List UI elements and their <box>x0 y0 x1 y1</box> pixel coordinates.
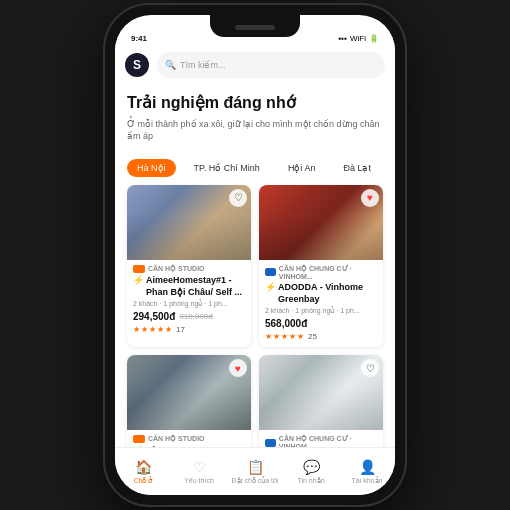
property-name: ⚡ AimeeHomestay#1 - Phan Bội Châu/ Self … <box>133 275 245 298</box>
search-bar[interactable]: 🔍 Tìm kiếm... <box>157 52 385 78</box>
search-icon: 🔍 <box>165 60 176 70</box>
signal-icon: ▪▪▪ <box>338 34 347 43</box>
nav-label-home: Chỗ ở <box>134 477 153 485</box>
property-body: CĂN HỘ STUDIO ⚡ AimeeHomestay#1 - Phan B… <box>127 260 251 340</box>
property-type: CĂN HỘ STUDIO <box>133 265 245 273</box>
property-image: ♡ <box>259 355 383 430</box>
property-type: CĂN HỘ CHUNG CƯ · VINHOM... <box>265 435 377 447</box>
hero-section: Trải nghiệm đáng nhớ Ở mỗi thành phố xa … <box>115 83 395 159</box>
nav-label-booking: Đặt chỗ của tôi <box>231 477 278 485</box>
price-current: 294,500đ <box>133 311 175 322</box>
city-tabs: Hà Nội TP. Hồ Chí Minh Hội An Đà Lạt <box>115 159 395 185</box>
property-rating: ★ ★ ★ ★ ★ 25 <box>265 332 377 341</box>
tab-hanoi[interactable]: Hà Nội <box>127 159 176 177</box>
bottom-nav: 🏠 Chỗ ở ♡ Yêu thích 📋 Đặt chỗ của tôi 💬 … <box>115 447 395 495</box>
wifi-icon: WiFi <box>350 34 366 43</box>
speaker <box>235 25 275 30</box>
property-body: CĂN HỘ CHUNG CƯ · VINHOM... ⚡ ADODDA - V… <box>259 260 383 347</box>
property-type: CĂN HỘ STUDIO <box>133 435 245 443</box>
phone-frame: 9:41 ▪▪▪ WiFi 🔋 S 🔍 Tìm kiếm... Trải ngh… <box>105 5 405 505</box>
property-type: CĂN HỘ CHUNG CƯ · VINHOM... <box>265 265 377 280</box>
nav-item-messages[interactable]: 💬 Tin nhắn <box>283 459 339 485</box>
stars: ★ ★ ★ ★ ★ <box>265 332 304 341</box>
property-card[interactable]: ♡ CĂN HỘ STUDIO ⚡ AimeeHomestay#1 - Phan… <box>127 185 251 347</box>
phone-notch <box>210 15 300 37</box>
phone-screen: 9:41 ▪▪▪ WiFi 🔋 S 🔍 Tìm kiếm... Trải ngh… <box>115 15 395 495</box>
property-image: ♥ <box>127 355 251 430</box>
price-old: 310,000đ <box>179 312 212 321</box>
message-icon: 💬 <box>303 459 320 475</box>
property-image: ♥ <box>259 185 383 260</box>
hero-title: Trải nghiệm đáng nhớ <box>127 93 383 114</box>
nav-item-wishlist[interactable]: ♡ Yêu thích <box>171 459 227 484</box>
wishlist-button[interactable]: ♡ <box>229 189 247 207</box>
price-current: 568,000đ <box>265 318 307 329</box>
main-content[interactable]: Trải nghiệm đáng nhớ Ở mỗi thành phố xa … <box>115 83 395 447</box>
property-info: 2 khách · 1 phòng ngủ · 1 ph... <box>265 307 377 315</box>
nav-label-wishlist: Yêu thích <box>184 477 214 484</box>
property-grid: ♡ CĂN HỘ STUDIO ⚡ AimeeHomestay#1 - Phan… <box>115 185 395 447</box>
app-logo: S <box>125 53 149 77</box>
app-header: S 🔍 Tìm kiếm... <box>115 47 395 83</box>
property-price: 568,000đ <box>265 318 377 329</box>
property-card[interactable]: ♥ CĂN HỘ CHUNG CƯ · VINHOM... ⚡ ADODDA -… <box>259 185 383 347</box>
bolt-icon: ⚡ <box>133 275 144 287</box>
hero-subtitle: Ở mỗi thành phố xa xôi, giữ lại cho mình… <box>127 118 383 143</box>
property-card[interactable]: ♡ CĂN HỘ CHUNG CƯ · VINHOM... ⚡ The Marc… <box>259 355 383 447</box>
nav-item-profile[interactable]: 👤 Tài khoản <box>339 459 395 485</box>
booking-icon: 📋 <box>247 459 264 475</box>
stars: ★ ★ ★ ★ ★ <box>133 325 172 334</box>
wishlist-button[interactable]: ♥ <box>361 189 379 207</box>
review-count: 17 <box>176 325 185 334</box>
review-count: 25 <box>308 332 317 341</box>
home-icon: 🏠 <box>135 459 152 475</box>
property-body: CĂN HỘ STUDIO ⚡ AimeeHomestay#3 Phan Bội… <box>127 430 251 447</box>
property-info: 2 khách · 1 phòng ngủ · 1 ph... <box>133 300 245 308</box>
property-card[interactable]: ♥ CĂN HỘ STUDIO ⚡ AimeeHomestay#3 Phan B… <box>127 355 251 447</box>
battery-icon: 🔋 <box>369 34 379 43</box>
property-price: 294,500đ 310,000đ <box>133 311 245 322</box>
nav-label-profile: Tài khoản <box>352 477 383 485</box>
bolt-icon: ⚡ <box>265 282 276 294</box>
property-rating: ★ ★ ★ ★ ★ 17 <box>133 325 245 334</box>
nav-item-home[interactable]: 🏠 Chỗ ở <box>115 459 171 485</box>
nav-item-booking[interactable]: 📋 Đặt chỗ của tôi <box>227 459 283 485</box>
heart-icon: ♡ <box>193 459 206 475</box>
profile-icon: 👤 <box>359 459 376 475</box>
nav-label-messages: Tin nhắn <box>297 477 324 485</box>
property-name: ⚡ ADODDA - Vinhome Greenbay <box>265 282 377 305</box>
tab-hoian[interactable]: Hội An <box>278 159 326 177</box>
status-time: 9:41 <box>131 34 147 43</box>
tab-dalat[interactable]: Đà Lạt <box>333 159 381 177</box>
search-text: Tìm kiếm... <box>180 60 226 70</box>
tab-hcm[interactable]: TP. Hồ Chí Minh <box>184 159 270 177</box>
property-body: CĂN HỘ CHUNG CƯ · VINHOM... ⚡ The March … <box>259 430 383 447</box>
property-image: ♡ <box>127 185 251 260</box>
